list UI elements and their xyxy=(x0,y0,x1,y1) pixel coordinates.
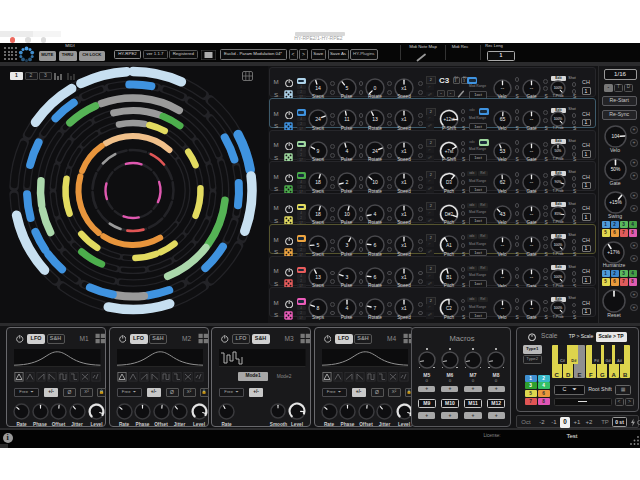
svg-text:--: -- xyxy=(500,85,504,91)
svg-text:3: 3 xyxy=(345,274,348,280)
svg-text:10: 10 xyxy=(344,211,350,217)
svg-text:x1: x1 xyxy=(401,116,407,122)
svg-text:--: -- xyxy=(500,243,504,249)
svg-text:6: 6 xyxy=(374,242,377,248)
svg-text:43: 43 xyxy=(499,211,505,217)
svg-text:100%: 100% xyxy=(554,244,563,248)
svg-text:9: 9 xyxy=(317,148,320,154)
svg-text:100%: 100% xyxy=(554,118,563,122)
svg-text:--: -- xyxy=(530,117,534,123)
svg-text:10: 10 xyxy=(372,179,378,185)
svg-text:100%: 100% xyxy=(554,86,563,90)
svg-text:8: 8 xyxy=(317,305,320,311)
svg-text:104: 104 xyxy=(611,134,619,139)
svg-text:+7st: +7st xyxy=(445,148,454,153)
svg-text:5: 5 xyxy=(345,85,348,91)
svg-text:--: -- xyxy=(530,306,534,312)
svg-text:x1: x1 xyxy=(401,148,407,154)
svg-text:90%: 90% xyxy=(555,181,562,185)
svg-text:--: -- xyxy=(530,274,534,280)
svg-text:+17%: +17% xyxy=(607,250,620,255)
svg-text:+12st: +12st xyxy=(443,117,455,122)
svg-text:14: 14 xyxy=(315,85,321,91)
svg-text:100%: 100% xyxy=(554,275,563,279)
svg-text:x1: x1 xyxy=(401,211,407,217)
svg-text:18: 18 xyxy=(315,211,321,217)
svg-text:53: 53 xyxy=(499,148,505,154)
svg-text:100%: 100% xyxy=(554,307,563,311)
svg-text:--: -- xyxy=(530,148,534,154)
svg-text:--: -- xyxy=(530,243,534,249)
svg-text:D3: D3 xyxy=(446,180,452,185)
svg-text:--: -- xyxy=(530,180,534,186)
svg-text:x1: x1 xyxy=(401,85,407,91)
svg-text:7: 7 xyxy=(374,305,377,311)
svg-text:6: 6 xyxy=(374,274,377,280)
svg-text:65: 65 xyxy=(499,117,505,123)
svg-text:--: -- xyxy=(500,274,504,280)
svg-text:50%: 50% xyxy=(555,149,562,153)
svg-text:A1: A1 xyxy=(446,243,452,248)
svg-text:+15%: +15% xyxy=(609,200,622,205)
svg-text:C2: C2 xyxy=(446,306,452,311)
svg-text:3: 3 xyxy=(345,242,348,248)
svg-text:4: 4 xyxy=(345,305,348,311)
svg-text:2: 2 xyxy=(345,179,348,185)
svg-text:62: 62 xyxy=(499,180,505,186)
svg-text:85%: 85% xyxy=(555,212,562,216)
svg-text:13: 13 xyxy=(315,274,321,280)
svg-text:11: 11 xyxy=(344,116,349,122)
svg-text:24: 24 xyxy=(315,116,321,122)
svg-text:B1: B1 xyxy=(446,275,452,280)
svg-text:18: 18 xyxy=(315,179,321,185)
svg-text:D#2: D#2 xyxy=(445,211,454,216)
svg-text:0: 0 xyxy=(374,85,377,91)
svg-text:x1: x1 xyxy=(401,274,407,280)
svg-text:4: 4 xyxy=(374,211,377,217)
svg-text:4: 4 xyxy=(345,148,348,154)
svg-text:x1: x1 xyxy=(401,242,407,248)
svg-text:x1: x1 xyxy=(401,305,407,311)
svg-text:13: 13 xyxy=(372,116,378,122)
svg-text:--: -- xyxy=(530,211,534,217)
svg-text:x1: x1 xyxy=(401,179,407,185)
svg-text:24: 24 xyxy=(372,148,378,154)
svg-text:--: -- xyxy=(530,85,534,91)
svg-text:--: -- xyxy=(500,306,504,312)
svg-text:50%: 50% xyxy=(610,167,620,172)
svg-text:5: 5 xyxy=(317,242,320,248)
